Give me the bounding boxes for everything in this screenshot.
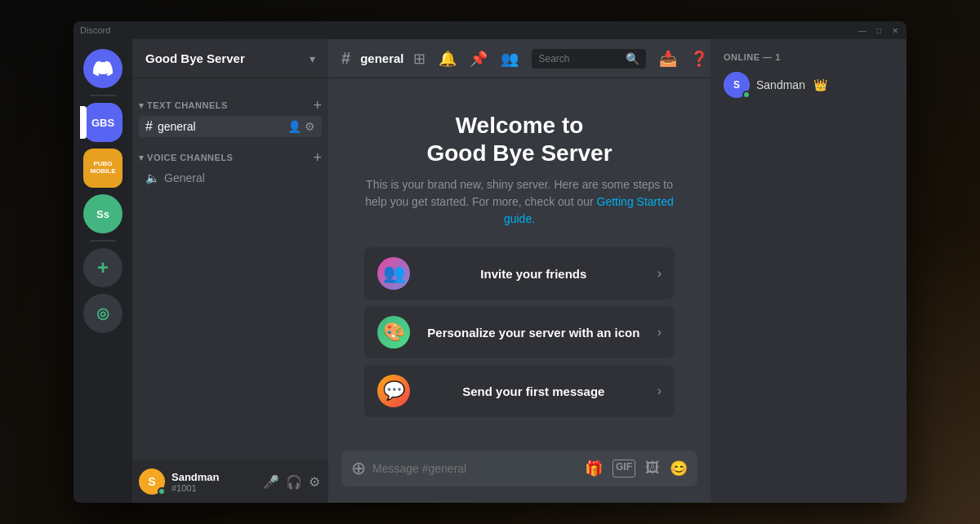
search-icon: 🔍 (626, 52, 639, 65)
voice-channel-icon: 🔈 (145, 171, 159, 184)
server-gbs-initials: GBS (91, 117, 114, 129)
channels-list: ▾ Text Channels + # general 👤 ⚙ ▾ Voice … (132, 78, 328, 460)
user-settings-button[interactable]: ⚙ (307, 473, 322, 491)
title-bar-text: Discord (80, 25, 110, 35)
window-controls: — □ ✕ (858, 25, 900, 35)
members-sidebar: ONLINE — 1 S Sandman 👑 (710, 39, 906, 503)
online-members-header: ONLINE — 1 (717, 52, 900, 62)
personalize-chevron-icon: › (657, 325, 662, 340)
user-discriminator: #1001 (172, 483, 255, 493)
maximize-button[interactable]: □ (874, 25, 884, 35)
welcome-description: This is your brand new, shiny server. He… (364, 176, 675, 228)
text-channels-label: ▾ Text Channels (139, 100, 228, 111)
user-name: Sandman (172, 471, 255, 483)
welcome-content: Welcome toGood Bye Server This is your b… (364, 112, 675, 417)
action-cards: 👥 Invite your friends › 🎨 Personalize yo… (364, 247, 675, 417)
message-input-area: ⊕ 🎁 GIF 🖼 😊 (328, 451, 710, 503)
member-item-sandman[interactable]: S Sandman 👑 (717, 69, 900, 101)
explore-icon: ◎ (96, 304, 109, 322)
chat-area: Welcome toGood Bye Server This is your b… (328, 78, 710, 503)
deafen-button[interactable]: 🎧 (284, 473, 304, 491)
channel-actions: 👤 ⚙ (287, 120, 315, 133)
welcome-title: Welcome toGood Bye Server (364, 112, 675, 167)
emoji-icon[interactable]: 😊 (670, 460, 688, 477)
inbox-icon[interactable]: 📥 (659, 50, 677, 68)
invite-icon: 👥 (377, 257, 410, 290)
gift-icon[interactable]: 🎁 (585, 460, 603, 477)
server-icon-gbs[interactable]: GBS (83, 103, 122, 142)
member-name-sandman: Sandman (756, 78, 805, 91)
user-info: Sandman #1001 (172, 471, 255, 493)
personalize-icon: 🎨 (377, 316, 410, 349)
add-voice-channel-button[interactable]: + (313, 150, 322, 165)
server-icon-pubg[interactable]: PUBGMOBILE (83, 149, 122, 188)
message-input-box: ⊕ 🎁 GIF 🖼 😊 (341, 451, 697, 486)
user-controls: 🎤 🎧 ⚙ (261, 473, 322, 491)
search-placeholder-text: Search (538, 53, 569, 64)
channel-sidebar: Good Bye Server ▾ ▾ Text Channels + # ge… (132, 39, 328, 503)
top-bar: # general ⊞ 🔔 📌 👥 Search 🔍 📥 ❓ (328, 39, 710, 78)
first-message-card[interactable]: 💬 Send your first message › (364, 365, 675, 417)
user-status-dot (158, 487, 166, 495)
server-divider-2 (90, 240, 116, 242)
personalize-card[interactable]: 🎨 Personalize your server with an icon › (364, 306, 675, 358)
text-channels-category: ▾ Text Channels + (132, 85, 328, 116)
channel-name-general: general (158, 120, 196, 133)
server-pubg-label: PUBGMOBILE (90, 161, 115, 175)
server-name: Good Bye Server (145, 51, 245, 65)
invite-friends-label: Invite your friends (420, 267, 648, 281)
members-icon[interactable]: 👥 (501, 50, 519, 68)
channel-hashtag-icon: # (341, 49, 350, 68)
personalize-label: Personalize your server with an icon (420, 326, 648, 340)
add-attachment-button[interactable]: ⊕ (351, 458, 366, 479)
notification-bell-icon[interactable]: 🔔 (439, 50, 457, 68)
text-channel-icon: # (145, 119, 153, 134)
user-avatar: S (139, 468, 165, 495)
main-content: # general ⊞ 🔔 📌 👥 Search 🔍 📥 ❓ (328, 39, 710, 503)
hashtag-threads-icon[interactable]: ⊞ (413, 50, 425, 68)
top-bar-actions: ⊞ 🔔 📌 👥 Search 🔍 📥 ❓ (413, 49, 708, 69)
server-icon-discord-home[interactable] (83, 49, 122, 88)
channel-item-voice-general[interactable]: 🔈 General (139, 168, 322, 188)
server-header[interactable]: Good Bye Server ▾ (132, 39, 328, 78)
member-crown-icon: 👑 (813, 78, 827, 91)
voice-channels-label: ▾ Voice Channels (139, 153, 233, 163)
top-bar-channel-name: general (360, 51, 403, 65)
message-input-field[interactable] (372, 462, 578, 475)
message-chevron-icon: › (657, 384, 662, 398)
channel-item-general[interactable]: # general 👤 ⚙ (139, 116, 322, 137)
add-server-icon: + (97, 256, 109, 279)
sticker-icon[interactable]: 🖼 (645, 460, 660, 477)
message-input-actions: 🎁 GIF 🖼 😊 (585, 460, 688, 477)
server-icon-explore[interactable]: ◎ (83, 294, 122, 333)
pin-icon[interactable]: 📌 (470, 50, 488, 68)
channel-settings-icon: ⚙ (305, 120, 315, 133)
search-bar[interactable]: Search 🔍 (532, 49, 646, 69)
server-ss-initials: Ss (96, 208, 109, 220)
help-icon[interactable]: ❓ (690, 50, 708, 68)
member-online-dot (742, 91, 751, 99)
title-bar: Discord — □ ✕ (74, 21, 906, 39)
invite-friends-card[interactable]: 👥 Invite your friends › (364, 247, 675, 300)
discord-window: Discord — □ ✕ GBS PUBGMOBILE Ss (74, 21, 906, 503)
chat-messages: Welcome toGood Bye Server This is your b… (328, 78, 710, 451)
user-bar: S Sandman #1001 🎤 🎧 ⚙ (132, 460, 328, 503)
close-button[interactable]: ✕ (890, 25, 900, 35)
member-avatar-initial: S (733, 79, 740, 91)
user-avatar-initial: S (148, 475, 155, 488)
server-icon-ss[interactable]: Ss (83, 194, 122, 233)
active-server-pip (80, 106, 87, 139)
voice-channels-category: ▾ Voice Channels + (132, 137, 328, 168)
server-divider (90, 95, 116, 96)
add-text-channel-button[interactable]: + (313, 98, 322, 113)
mute-button[interactable]: 🎤 (261, 473, 281, 491)
invite-chevron-icon: › (657, 266, 662, 281)
channel-user-icon: 👤 (287, 120, 301, 133)
server-sidebar: GBS PUBGMOBILE Ss + ◎ (74, 39, 132, 503)
member-avatar-sandman: S (724, 72, 750, 98)
message-icon: 💬 (377, 375, 410, 407)
minimize-button[interactable]: — (858, 25, 867, 35)
server-icon-add[interactable]: + (83, 248, 122, 287)
gif-icon[interactable]: GIF (612, 460, 635, 477)
voice-channel-name: General (164, 171, 205, 184)
